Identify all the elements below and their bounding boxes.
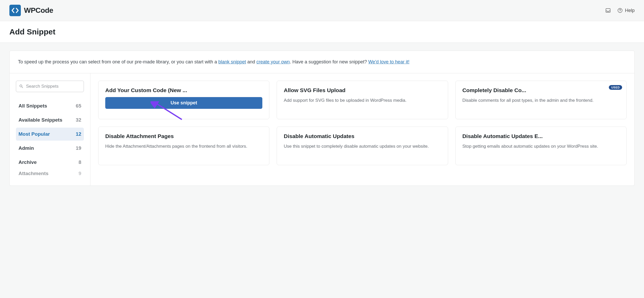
category-label: Available Snippets — [18, 117, 62, 123]
card-title: Disable Automatic Updates — [284, 133, 441, 139]
use-snippet-button[interactable]: Use snippet — [105, 97, 262, 109]
snippet-card[interactable]: Disable Automatic Updates E... Stop gett… — [455, 127, 627, 165]
blank-snippet-link[interactable]: blank snippet — [218, 59, 246, 64]
snippet-card[interactable]: Add Your Custom Code (New ... Use snippe… — [98, 81, 269, 119]
brand-logo-icon — [9, 5, 21, 16]
main-layout: All Snippets 65 Available Snippets 32 Mo… — [9, 73, 635, 186]
card-description: Disable comments for all post types, in … — [462, 97, 620, 104]
help-button[interactable]: Help — [617, 8, 635, 13]
search-wrap — [16, 81, 84, 92]
used-badge: USED — [609, 85, 622, 90]
category-label: All Snippets — [18, 103, 47, 109]
intro-part1: To speed up the process you can select f… — [18, 59, 218, 64]
page-title-bar: Add Snippet — [0, 21, 644, 43]
category-label: Attachments — [18, 171, 48, 176]
snippet-card[interactable]: USED Completely Disable Co... Disable co… — [455, 81, 627, 119]
svg-point-2 — [620, 11, 620, 12]
sidebar-category-popular[interactable]: Most Popular 12 — [16, 128, 84, 141]
sidebar-category-admin[interactable]: Admin 19 — [16, 142, 84, 155]
category-count: 9 — [78, 171, 81, 176]
category-label: Most Popular — [18, 131, 50, 137]
sidebar-category-all[interactable]: All Snippets 65 — [16, 99, 84, 112]
page-title: Add Snippet — [9, 27, 635, 36]
intro-part3: . Have a suggestion for new snippet? — [290, 59, 368, 64]
search-input[interactable] — [16, 81, 84, 92]
snippet-card[interactable]: Allow SVG Files Upload Add support for S… — [277, 81, 448, 119]
sidebar-category-available[interactable]: Available Snippets 32 — [16, 114, 84, 127]
category-count: 12 — [76, 131, 81, 137]
search-icon — [19, 84, 24, 89]
grid-area: Add Your Custom Code (New ... Use snippe… — [90, 73, 634, 186]
snippet-grid: Add Your Custom Code (New ... Use snippe… — [98, 81, 627, 165]
card-description: Add support for SVG files to be uploaded… — [284, 97, 441, 104]
help-label: Help — [625, 8, 635, 13]
create-your-own-link[interactable]: create your own — [256, 59, 290, 64]
header-actions: Help — [605, 8, 635, 13]
category-count: 19 — [76, 145, 81, 151]
category-label: Admin — [18, 145, 34, 151]
inbox-icon[interactable] — [605, 8, 611, 13]
app-header: WPCode Help — [0, 0, 644, 21]
brand-name: WPCode — [24, 6, 53, 15]
sidebar: All Snippets 65 Available Snippets 32 Mo… — [10, 73, 90, 186]
intro-text: To speed up the process you can select f… — [9, 51, 635, 73]
card-title: Completely Disable Co... — [462, 87, 620, 93]
sidebar-category-attachments[interactable]: Attachments 9 — [16, 170, 84, 177]
card-title: Add Your Custom Code (New ... — [105, 87, 262, 93]
card-description: Use this snippet to completely disable a… — [284, 143, 441, 150]
snippet-card[interactable]: Disable Automatic Updates Use this snipp… — [277, 127, 448, 165]
card-description: Hide the Attachment/Attachments pages on… — [105, 143, 262, 150]
snippet-card[interactable]: Disable Attachment Pages Hide the Attach… — [98, 127, 269, 165]
feedback-link[interactable]: We'd love to hear it! — [368, 59, 409, 64]
card-title: Disable Automatic Updates E... — [462, 133, 620, 139]
brand: WPCode — [9, 5, 53, 16]
help-icon — [617, 8, 623, 13]
intro-part2: and — [246, 59, 256, 64]
card-title: Allow SVG Files Upload — [284, 87, 441, 93]
category-label: Archive — [18, 159, 37, 165]
content: To speed up the process you can select f… — [0, 43, 644, 194]
sidebar-category-archive[interactable]: Archive 8 — [16, 156, 84, 169]
card-description: Stop getting emails about automatic upda… — [462, 143, 620, 150]
card-title: Disable Attachment Pages — [105, 133, 262, 139]
category-list: All Snippets 65 Available Snippets 32 Mo… — [16, 99, 84, 177]
category-count: 32 — [76, 117, 81, 123]
category-count: 65 — [76, 103, 81, 109]
category-count: 8 — [78, 159, 81, 165]
